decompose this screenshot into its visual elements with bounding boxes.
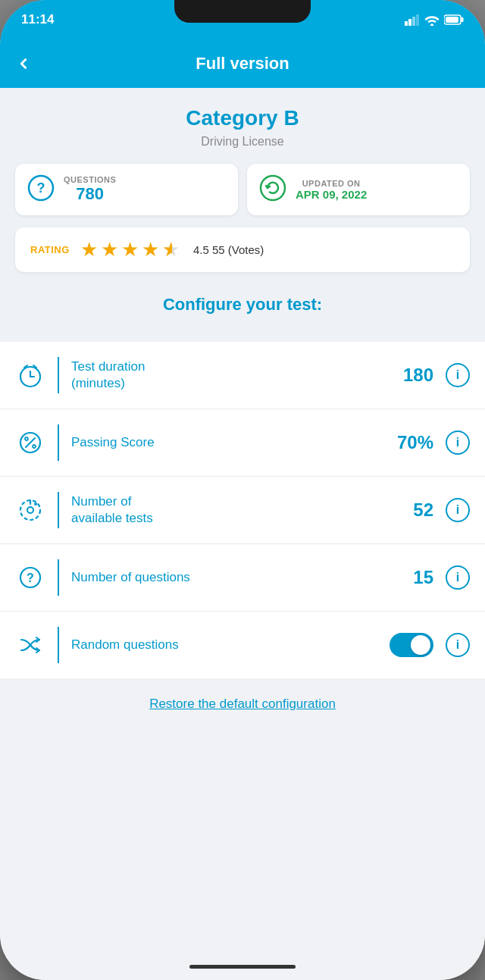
back-button[interactable] [15,55,32,72]
wifi-icon [424,14,440,26]
setting-divider-4 [58,559,59,596]
star-4: ★ [142,238,159,261]
battery-icon [444,14,464,26]
random-questions-info-button[interactable]: i [446,633,470,657]
num-questions-value: 15 [413,567,433,588]
status-icons [405,14,464,26]
setting-row-num-questions[interactable]: ? Number of questions 15 i [0,544,485,612]
rating-card: RATING ★ ★ ★ ★ ★ ★ 4.5 55 (Votes) [15,227,470,272]
svg-rect-2 [412,17,415,26]
header-section: Category B Driving License ? QUESTI [0,88,485,342]
main-content: Category B Driving License ? QUESTI [0,88,485,953]
updated-label: UPDATED ON [296,179,367,188]
random-questions-label: Random questions [71,637,390,653]
svg-point-18 [25,437,28,440]
test-duration-value: 180 [403,365,433,386]
svg-rect-6 [462,17,464,22]
test-duration-label: Test duration(minutes) [71,358,403,392]
star-half: ★ ★ [162,238,180,261]
questions-label: QUESTIONS [64,175,116,184]
questions-icon: ? [27,174,55,205]
svg-point-23 [34,503,37,506]
passing-score-info-button[interactable]: i [446,431,470,455]
svg-text:?: ? [37,180,45,196]
setting-divider [58,357,59,393]
category-title: Category B [15,106,470,130]
num-questions-info-button[interactable]: i [446,565,470,590]
phone-frame: 11:14 [0,0,485,980]
updated-value: APR 09, 2022 [296,188,367,201]
svg-rect-3 [416,14,419,26]
question-circle-icon: ? [15,565,45,590]
notch [174,0,311,23]
phone-screen: 11:14 [0,0,485,980]
svg-text:?: ? [27,571,34,584]
updated-icon [259,174,286,205]
setting-row-available-tests[interactable]: Number ofavailable tests 52 i [0,477,485,544]
test-duration-info-button[interactable]: i [446,363,470,387]
percent-icon [15,430,45,456]
restore-section: Restore the default configuration [0,678,485,730]
status-time: 11:14 [21,12,54,27]
home-bar [189,965,296,969]
available-tests-value: 52 [413,499,433,521]
questions-value: 780 [64,184,116,204]
setting-row-passing-score[interactable]: Passing Score 70% i [0,409,485,477]
setting-row-test-duration[interactable]: Test duration(minutes) 180 i [0,342,485,409]
configure-title: Configure your test: [15,287,470,327]
top-bar: Full version [0,39,485,88]
shuffle-icon [15,632,45,658]
settings-section: Test duration(minutes) 180 i [0,342,485,678]
star-2: ★ [101,238,118,261]
num-questions-label: Number of questions [71,569,413,586]
star-1: ★ [80,238,98,261]
available-tests-label: Number ofavailable tests [71,493,413,527]
alarm-clock-icon [15,362,45,388]
available-tests-info-button[interactable]: i [446,498,470,522]
svg-point-19 [33,445,36,448]
svg-point-4 [430,23,433,26]
category-subtitle: Driving License [15,135,470,149]
passing-score-label: Passing Score [71,434,397,451]
random-questions-toggle[interactable] [390,633,433,657]
star-3: ★ [121,238,139,261]
updated-card: UPDATED ON APR 09, 2022 [247,164,470,215]
questions-content: QUESTIONS 780 [64,175,116,204]
top-bar-title: Full version [196,54,289,74]
stars: ★ ★ ★ ★ ★ ★ [80,238,180,261]
rating-votes: 4.5 55 (Votes) [193,243,264,256]
passing-score-value: 70% [397,432,433,453]
setting-row-random-questions[interactable]: Random questions i [0,612,485,678]
svg-rect-1 [408,19,411,26]
svg-rect-0 [405,21,408,26]
signal-icon [405,14,420,26]
setting-divider-2 [58,424,59,461]
questions-card: ? QUESTIONS 780 [15,164,238,215]
svg-point-21 [27,507,33,513]
home-indicator [0,953,485,980]
setting-divider-5 [58,627,59,663]
spinner-icon [15,497,45,523]
svg-rect-7 [446,17,458,23]
updated-content: UPDATED ON APR 09, 2022 [296,179,367,201]
info-cards: ? QUESTIONS 780 [15,164,470,215]
toggle-knob [411,635,430,655]
rating-label: RATING [30,244,70,255]
setting-divider-3 [58,492,59,528]
restore-link[interactable]: Restore the default configuration [149,697,336,711]
svg-point-10 [261,176,285,200]
